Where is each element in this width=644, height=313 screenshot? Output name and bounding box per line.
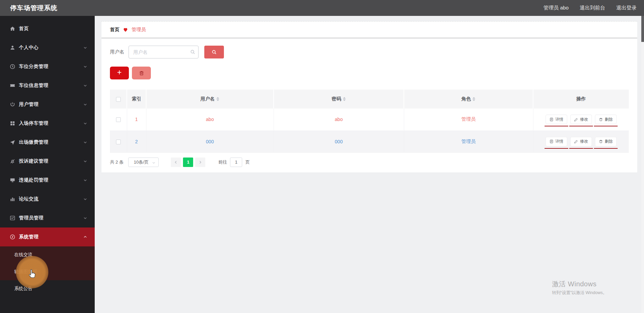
current-page-button[interactable]: 1 (183, 158, 193, 167)
sidebar-item-label: 管理员管理 (19, 215, 44, 221)
detail-button[interactable]: 详情 (546, 137, 567, 146)
scrollbar-thumb[interactable] (641, 16, 644, 42)
clock-icon (9, 64, 16, 70)
chevron-right-icon (198, 160, 202, 164)
cell-index: 2 (127, 130, 146, 152)
plus-icon: + (117, 69, 121, 76)
hand-cursor-icon (27, 269, 37, 279)
document-icon (549, 117, 554, 122)
sidebar-item-parking-category[interactable]: 车位分类管理 (0, 57, 95, 76)
sidebar-item-admin-management[interactable]: 管理员管理 (0, 209, 95, 227)
sidebar-item-forum[interactable]: 论坛交流 (0, 190, 95, 209)
next-page-button[interactable] (195, 158, 205, 167)
header-user[interactable]: 管理员 abo (544, 5, 569, 11)
toolbar: + (110, 67, 637, 79)
pencil-icon (574, 117, 578, 122)
sidebar-item-label: 出场缴费管理 (19, 139, 48, 145)
search-input[interactable] (129, 46, 199, 58)
add-button[interactable]: + (110, 67, 129, 79)
sidebar-item-home[interactable]: 首页 (0, 19, 95, 38)
page-size-select[interactable]: 10条/页 (128, 158, 159, 167)
select-all-checkbox[interactable] (116, 97, 121, 102)
vertical-scrollbar[interactable] (641, 16, 644, 313)
chevron-down-icon (83, 140, 87, 144)
sidebar-item-label: 车位分类管理 (19, 64, 48, 70)
grid-icon (9, 120, 16, 126)
sort-caret-icon[interactable] (216, 97, 220, 101)
goto-label: 前往 (218, 159, 227, 165)
sidebar-item-parking-info[interactable]: 车位信息管理 (0, 76, 95, 95)
sidebar-item-complaints[interactable]: 投诉建议管理 (0, 152, 95, 171)
column-header-actions: 操作 (533, 90, 629, 109)
breadcrumb: 首页 管理员 (101, 22, 637, 38)
column-header-role: 角色 (404, 90, 533, 109)
breadcrumb-home[interactable]: 首页 (110, 27, 119, 33)
detail-button[interactable]: 详情 (546, 115, 567, 124)
sidebar-item-entry-parking[interactable]: 入场停车管理 (0, 114, 95, 133)
chevron-down-icon (83, 178, 87, 182)
submenu-item-system-notice[interactable]: 系统公告 (0, 280, 95, 297)
sidebar-item-label: 车位信息管理 (19, 82, 48, 89)
edit-button[interactable]: 修改 (570, 137, 592, 146)
sidebar-item-label: 个人中心 (19, 45, 39, 51)
power-icon (9, 101, 16, 107)
batch-delete-button[interactable] (132, 67, 151, 79)
sort-caret-icon[interactable] (472, 97, 476, 101)
sidebar-item-system-management[interactable]: 系统管理 (0, 227, 95, 246)
sidebar-item-label: 首页 (19, 26, 29, 32)
row-checkbox[interactable] (116, 140, 121, 144)
cell-password: abo (274, 109, 404, 130)
cell-role: 管理员 (404, 130, 533, 152)
main-content: 首页 管理员 用户名 + 索引 用户名 密码 角色 操作 (95, 16, 644, 313)
pencil-icon (574, 139, 578, 144)
column-header-index: 索引 (127, 90, 146, 109)
column-header-username: 用户名 (146, 90, 274, 109)
ticket-icon (9, 82, 16, 89)
pagination: 共 2 条 10条/页 1 前往 页 (110, 158, 637, 167)
delete-button[interactable]: 删除 (595, 115, 617, 124)
prev-page-button[interactable] (171, 158, 181, 167)
trend-icon (9, 215, 16, 221)
sidebar-item-personal-center[interactable]: 个人中心 (0, 38, 95, 57)
search-button[interactable] (204, 46, 224, 58)
trash-icon (599, 139, 603, 144)
search-icon (190, 49, 196, 56)
sidebar-item-exit-payment[interactable]: 出场缴费管理 (0, 133, 95, 152)
chevron-down-icon (83, 197, 87, 201)
send-icon (9, 139, 16, 145)
table-row: 1 abo abo 管理员 详情 修改 删除 (110, 109, 629, 130)
header-exit-to-front[interactable]: 退出到前台 (580, 5, 605, 11)
chevron-down-icon (83, 65, 87, 69)
cell-password: 000 (274, 130, 404, 152)
edit-button[interactable]: 修改 (570, 115, 592, 124)
content-card: 首页 管理员 用户名 + 索引 用户名 密码 角色 操作 (101, 21, 637, 172)
sidebar: 首页 个人中心 车位分类管理 车位信息管理 用户管理 入场停车管理 (0, 16, 95, 313)
breadcrumb-current: 管理员 (132, 27, 146, 33)
document-icon (549, 139, 554, 144)
header-logout[interactable]: 退出登录 (616, 5, 637, 11)
heart-icon (123, 27, 128, 32)
sidebar-item-label: 论坛交流 (19, 196, 39, 202)
delete-button[interactable]: 删除 (595, 137, 617, 146)
sort-caret-icon[interactable] (343, 97, 346, 101)
column-header-password: 密码 (274, 90, 404, 109)
goto-page-input[interactable] (230, 158, 242, 167)
windows-activation-watermark: 激活 Windows 转到“设置”以激活 Windows。 (552, 280, 607, 296)
bell-off-icon (9, 158, 16, 164)
chevron-down-icon (83, 46, 87, 50)
app-header: 停车场管理系统 管理员 abo 退出到前台 退出登录 (0, 0, 644, 16)
submenu-item-online-chat[interactable]: 在线交流 (0, 246, 95, 263)
chevron-up-icon (83, 235, 87, 239)
admin-table: 索引 用户名 密码 角色 操作 1 abo abo 管理员 详情 修改 删除 (110, 90, 629, 153)
monitor-icon (9, 177, 16, 183)
sidebar-item-violation-penalty[interactable]: 违规处罚管理 (0, 171, 95, 190)
sidebar-item-user-management[interactable]: 用户管理 (0, 95, 95, 114)
cell-username: 000 (146, 130, 274, 152)
table-header-row: 索引 用户名 密码 角色 操作 (110, 90, 629, 109)
search-label: 用户名 (110, 49, 124, 55)
sidebar-item-label: 用户管理 (19, 101, 39, 107)
row-checkbox[interactable] (116, 117, 121, 122)
pagination-total: 共 2 条 (110, 159, 123, 165)
sidebar-item-label: 系统管理 (19, 234, 39, 240)
chevron-down-icon (152, 161, 156, 166)
